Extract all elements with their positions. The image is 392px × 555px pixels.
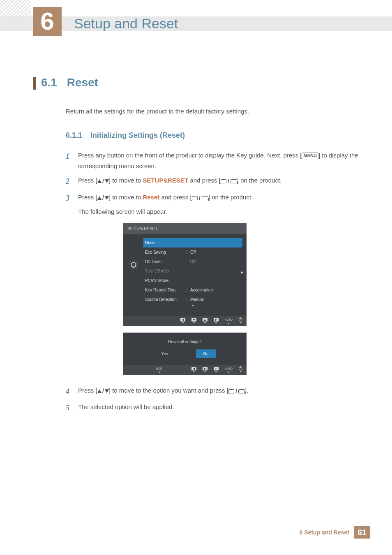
section-number: 6.1: [41, 76, 64, 89]
up-down-icon: /: [97, 192, 109, 203]
osd-button-bar-2: EXIT ↵ AUTO: [123, 365, 247, 375]
nav-left-icon: [180, 318, 185, 324]
section-intro: Return all the settings for the product …: [66, 108, 359, 115]
highlight-text: Reset: [143, 194, 159, 201]
nav-left-icon: [191, 367, 196, 372]
osd-label: Eco Saving: [145, 249, 186, 256]
osd-menu-screenshot: SETUP&RESET Reset Eco Saving:Off: [123, 223, 247, 326]
osd-value: Acceleration: [190, 287, 241, 294]
scroll-down-icon: [143, 304, 242, 312]
text: Press any button on the front of the pro…: [78, 152, 302, 159]
step-4: 4 Press [/] to move to the option you wa…: [66, 385, 359, 398]
enter-source-icon: /: [192, 193, 208, 204]
nav-right-icon: [214, 318, 219, 324]
power-icon: [239, 367, 242, 372]
step-number: 4: [66, 385, 78, 398]
text: Press [: [78, 177, 97, 184]
step-text: The selected option will be applied.: [78, 402, 359, 414]
osd-dialog-screenshot: Reset all settings? Yes No EXIT ↵ AUTO: [123, 333, 247, 375]
osd-title: SETUP&RESET: [123, 223, 247, 234]
colon: :: [186, 296, 190, 303]
exit-label: EXIT: [156, 366, 163, 373]
dialog-buttons: Yes No: [123, 349, 247, 363]
osd-body: Reset Eco Saving:Off Off Timer:Off Turn …: [123, 234, 247, 314]
menu-button-label: MENU: [302, 153, 318, 158]
text: and press [: [159, 194, 191, 201]
dialog-yes-button: Yes: [154, 349, 175, 358]
page-content: 6.1 Reset Return all the settings for th…: [33, 76, 359, 419]
subsection-heading: 6.1.1 Initializing Settings (Reset): [66, 131, 359, 140]
gear-icon: [130, 261, 137, 268]
osd-label: Off Timer: [145, 258, 186, 265]
step-5: 5 The selected option will be applied.: [66, 402, 359, 414]
auto-label: AUTO: [225, 317, 233, 324]
text: Press [: [78, 387, 97, 394]
osd-icon-column: [127, 236, 140, 314]
step-3: 3 Press [/] to move to Reset and press […: [66, 192, 359, 381]
nav-up-icon: [203, 318, 208, 324]
step-2: 2 Press [/] to move to SETUP&RESET and p…: [66, 175, 359, 188]
dialog-no-button: No: [196, 349, 216, 358]
osd-value: Off: [190, 258, 241, 265]
arrow-right-icon: ▶: [241, 270, 243, 275]
osd-label: Key Repeat Time: [145, 287, 186, 294]
chapter-header: 6 Setup and Reset: [0, 12, 392, 35]
colon: :: [186, 287, 190, 294]
osd-row-eco: Eco Saving:Off: [143, 247, 242, 257]
step-followup: The following screen will appear.: [78, 206, 359, 217]
text: ] to move to the option you want and pre…: [109, 387, 228, 394]
text: ] on the product.: [237, 177, 281, 184]
step-text: Press [/] to move to SETUP&RESET and pre…: [78, 175, 359, 188]
osd-row-offtimer: Off Timer:Off: [143, 257, 242, 266]
osd-label: Turn Off After: [145, 268, 186, 275]
osd-label: PC/AV Mode: [145, 277, 186, 284]
step-1: 1 Press any button on the front of the p…: [66, 150, 359, 171]
steps-list: 1 Press any button on the front of the p…: [66, 150, 359, 414]
enter-source-icon: /: [221, 176, 237, 187]
page-footer: 6 Setup and Reset 61: [300, 526, 370, 539]
nav-right-icon: [203, 367, 208, 372]
osd-label: Reset: [145, 239, 186, 246]
section-title: Reset: [67, 76, 98, 89]
osd-button-bar: AUTO: [123, 316, 247, 326]
section-heading: 6.1 Reset: [41, 76, 359, 89]
colon: :: [186, 249, 190, 256]
nav-down-icon: [191, 318, 196, 324]
osd-label: Source Detection: [145, 296, 186, 303]
chapter-number-badge: 6: [33, 7, 62, 36]
osd-row-turnoffafter: Turn Off After: [143, 266, 242, 276]
osd-menu-list: Reset Eco Saving:Off Off Timer:Off Turn …: [140, 236, 242, 314]
subsection-title: Initializing Settings (Reset): [90, 131, 185, 139]
text: ] to move to: [109, 194, 143, 201]
text: Press [: [78, 194, 97, 201]
enter-source-icon: /: [228, 386, 245, 397]
colon: :: [186, 258, 190, 265]
up-down-icon: /: [97, 176, 109, 187]
osd-row-pcav: PC/AV Mode: [143, 276, 242, 285]
step-number: 1: [66, 150, 78, 171]
osd-row-reset: Reset: [143, 238, 242, 247]
osd-value: Manual: [190, 296, 241, 303]
dialog-question: Reset all settings?: [123, 333, 247, 349]
osd-value: Off: [190, 249, 241, 256]
chapter-title: Setup and Reset: [74, 16, 178, 32]
highlight-text: SETUP&RESET: [143, 177, 188, 184]
footer-chapter-text: 6 Setup and Reset: [300, 529, 349, 536]
osd-row-keyrepeat: Key Repeat Time:Acceleration: [143, 285, 242, 295]
osd-row-sourcedet: Source Detection:Manual: [143, 295, 242, 304]
auto-label: AUTO: [225, 366, 233, 373]
text: ] to move to: [109, 177, 143, 184]
step-text: Press [/] to move to Reset and press [/]…: [78, 192, 359, 381]
step-number: 3: [66, 192, 78, 381]
text: ] on the product.: [208, 194, 253, 201]
step-text: Press [/] to move to the option you want…: [78, 385, 359, 398]
text: and press [: [188, 177, 220, 184]
subsection-number: 6.1.1: [66, 131, 82, 139]
step-number: 2: [66, 175, 78, 188]
power-icon: [239, 318, 242, 324]
step-text: Press any button on the front of the pro…: [78, 150, 359, 171]
enter-icon: ↵: [214, 367, 219, 372]
page-number-badge: 61: [354, 526, 370, 539]
osd-screenshots: SETUP&RESET Reset Eco Saving:Off: [123, 223, 359, 375]
step-number: 5: [66, 402, 78, 414]
